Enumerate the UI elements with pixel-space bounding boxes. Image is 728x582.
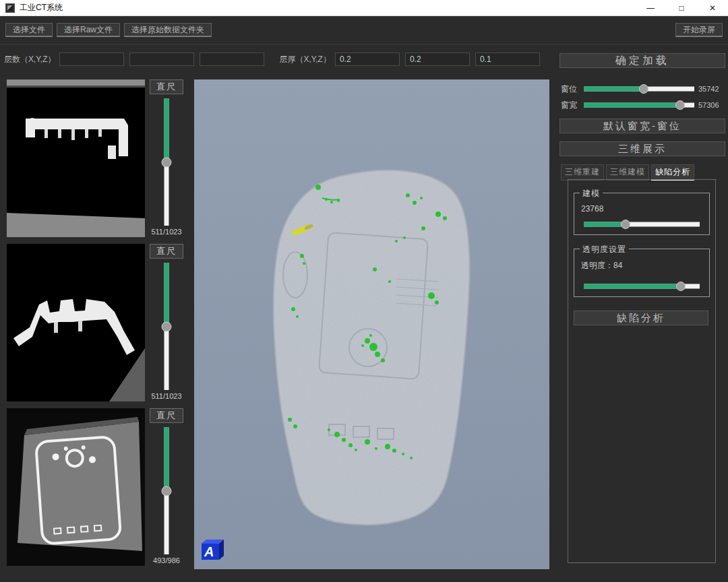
transparency-slider-fill — [584, 284, 681, 288]
thickness-x-input[interactable] — [335, 53, 400, 66]
ct-slice-1-viewport[interactable] — [7, 79, 145, 237]
parameter-row: 层数（X,Y,Z） 层厚（X,Y,Z） — [0, 44, 558, 74]
layers-label: 层数（X,Y,Z） — [4, 54, 55, 65]
toolbar: 选择文件 选择Raw文件 选择原始数据文件夹 开始录屏 — [0, 16, 728, 44]
select-raw-data-folder-button[interactable]: 选择原始数据文件夹 — [124, 23, 212, 37]
slice-2-slider-fill — [164, 263, 169, 327]
window-width-slider-handle[interactable] — [675, 100, 685, 110]
window-title: 工业CT系统 — [20, 2, 63, 13]
ruler-button-2[interactable]: 直尺 — [150, 244, 183, 259]
slice-2-slider-column: 直尺 511/1023 — [145, 244, 188, 401]
display-3d-button[interactable]: 三维展示 — [559, 141, 725, 156]
app-icon — [5, 3, 15, 13]
slice-row-2: 直尺 511/1023 — [7, 244, 190, 401]
defect-analysis-panel: 建模 23768 透明度设置 透明度：84 — [568, 179, 716, 563]
window-width-slider-fill — [584, 103, 680, 108]
slice-1-slider-fill — [164, 98, 169, 162]
slice-3-slider-handle[interactable] — [162, 486, 172, 496]
slice-3-slider[interactable] — [145, 427, 188, 554]
slice-2-slider[interactable] — [145, 263, 188, 390]
slice-2-index: 511/1023 — [151, 392, 181, 401]
window-level-label: 窗位 — [561, 84, 580, 95]
start-recording-button[interactable]: 开始录屏 — [675, 23, 723, 37]
close-icon: ✕ — [709, 3, 716, 13]
default-window-button[interactable]: 默认窗宽-窗位 — [559, 119, 725, 133]
slice-1-index: 511/1023 — [151, 228, 181, 237]
window-controls: — □ ✕ — [635, 0, 728, 15]
slice-2-slider-handle[interactable] — [162, 321, 172, 331]
window-width-value: 57306 — [698, 101, 727, 109]
window-level-row: 窗位 35742 — [561, 84, 727, 94]
defect-analysis-button[interactable]: 缺陷分析 — [574, 311, 708, 325]
thickness-y-input[interactable] — [405, 53, 470, 66]
slice-1-slider[interactable] — [145, 98, 188, 226]
right-panel: 窗位 35742 窗宽 57306 默认窗宽-窗位 三维展示 三维重建 — [558, 79, 728, 571]
window-width-slider[interactable] — [584, 100, 694, 110]
window-width-row: 窗宽 57306 — [561, 100, 727, 110]
select-raw-file-button[interactable]: 选择Raw文件 — [57, 23, 120, 37]
transparency-slider-handle[interactable] — [676, 282, 686, 291]
slice-1-slider-handle[interactable] — [162, 157, 172, 167]
close-button[interactable]: ✕ — [697, 0, 728, 15]
transparency-group-title: 透明度设置 — [580, 244, 629, 255]
window-level-slider-fill — [584, 87, 644, 92]
viewer-logo: A — [200, 538, 224, 562]
thickness-z-input[interactable] — [475, 53, 540, 66]
modeling-group-title: 建模 — [580, 188, 603, 199]
transparency-group: 透明度设置 透明度：84 — [574, 249, 710, 297]
modeling-slider-fill — [584, 222, 626, 226]
ruler-button-1[interactable]: 直尺 — [150, 79, 183, 94]
maximize-icon: □ — [679, 3, 684, 13]
slice-3-slider-column: 直尺 493/986 — [145, 408, 188, 566]
slice-panel: 直尺 511/1023 — [7, 79, 190, 573]
transparency-value: 84 — [613, 261, 622, 270]
minimize-button[interactable]: — — [635, 0, 666, 15]
tab-defect-analysis[interactable]: 缺陷分析 — [651, 164, 694, 181]
ct-slice-2-viewport[interactable] — [7, 244, 145, 401]
slice-row-3: 直尺 493/986 — [7, 408, 190, 566]
window-width-label: 窗宽 — [561, 100, 580, 111]
ct-slice-2-image — [7, 244, 145, 401]
tab-3d-reconstruction[interactable]: 三维重建 — [561, 164, 604, 181]
modeling-slider-handle[interactable] — [621, 220, 630, 229]
viewer-logo-icon: A — [200, 538, 224, 560]
volume-render-image — [194, 79, 549, 569]
layers-y-input[interactable] — [129, 53, 194, 66]
slice-3-index: 493/986 — [153, 556, 180, 566]
window-level-slider[interactable] — [584, 84, 694, 94]
analysis-tabs: 三维重建 三维建模 缺陷分析 — [561, 164, 694, 181]
slice-1-slider-column: 直尺 511/1023 — [145, 79, 188, 237]
minimize-icon: — — [646, 3, 655, 13]
ct-slice-3-viewport[interactable] — [7, 408, 145, 566]
ruler-button-3[interactable]: 直尺 — [150, 408, 183, 423]
svg-text:A: A — [204, 544, 214, 559]
ct-slice-1-image — [7, 79, 145, 237]
transparency-label: 透明度： — [581, 261, 613, 270]
window-level-value: 35742 — [698, 85, 727, 93]
select-file-button[interactable]: 选择文件 — [5, 23, 53, 37]
modeling-value: 23768 — [581, 204, 603, 214]
thickness-label: 层厚（X,Y,Z） — [279, 54, 330, 65]
slice-3-slider-fill — [164, 427, 169, 491]
maximize-button[interactable]: □ — [666, 0, 697, 15]
layers-z-input[interactable] — [200, 53, 264, 66]
titlebar: 工业CT系统 — □ ✕ — [0, 0, 728, 16]
window-level-slider-handle[interactable] — [639, 84, 648, 94]
modeling-group: 建模 23768 — [574, 193, 710, 235]
transparency-slider[interactable] — [584, 281, 700, 291]
slice-row-1: 直尺 511/1023 — [7, 79, 190, 237]
ct-slice-3-image — [7, 408, 145, 566]
layers-x-input[interactable] — [59, 53, 124, 66]
confirm-load-button[interactable]: 确定加载 — [559, 53, 725, 68]
modeling-slider-track[interactable] — [584, 222, 700, 226]
tab-3d-modeling[interactable]: 三维建模 — [606, 164, 649, 181]
volume-render-viewport[interactable]: A — [194, 79, 549, 569]
transparency-text: 透明度：84 — [581, 260, 622, 271]
app-window: 工业CT系统 — □ ✕ 选择文件 选择Raw文件 选择原始数据文件夹 开始录屏… — [0, 0, 728, 582]
modeling-slider[interactable] — [584, 219, 700, 229]
